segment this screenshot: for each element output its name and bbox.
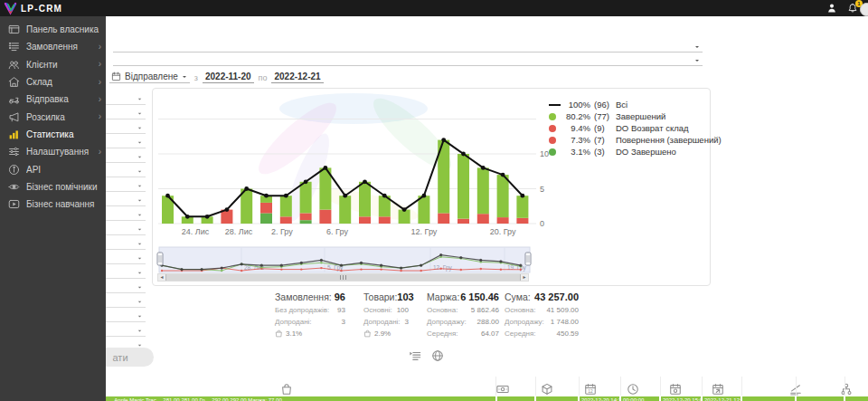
side-filter-select-11[interactable] xyxy=(106,235,146,250)
side-filter-select-4[interactable] xyxy=(106,134,146,148)
legend-item[interactable]: 7.3%(7)Повернення (завершений) xyxy=(549,134,708,146)
scroll-right-icon[interactable]: ▸ xyxy=(521,274,528,281)
legend-item[interactable]: 9.4%(9)DO Возврат склад xyxy=(549,122,708,134)
bar-segment[interactable] xyxy=(359,216,371,224)
sidebar-item-statistics[interactable]: Статистика xyxy=(0,126,106,143)
navigator-handle-left[interactable] xyxy=(157,253,163,265)
sidebar-item-label: Бізнес навчання xyxy=(26,199,101,209)
side-filter-select-6[interactable] xyxy=(106,163,146,177)
summary-cell[interactable] xyxy=(845,396,868,401)
filter-select-top-2[interactable] xyxy=(113,53,703,66)
date-mode-select[interactable]: Відправлене xyxy=(109,72,190,83)
bar-segment[interactable] xyxy=(319,210,331,224)
sidebar-item-orders[interactable]: Замовлення› xyxy=(0,38,106,55)
stats-row: Замовлення:96Без допродажів:93Допродані:… xyxy=(0,291,868,344)
scroll-left-icon[interactable]: ◂ xyxy=(158,274,165,281)
banknote-icon[interactable] xyxy=(496,383,509,396)
bar-segment[interactable] xyxy=(300,213,312,220)
avatar[interactable] xyxy=(860,3,868,16)
side-filter-select-7[interactable] xyxy=(106,177,146,192)
bar-segment[interactable] xyxy=(300,220,312,224)
calendar-export-icon[interactable] xyxy=(712,383,724,396)
side-filter-select-8[interactable] xyxy=(106,192,146,206)
sidebar-item-clients[interactable]: Клієнти› xyxy=(0,56,106,73)
bar-segment[interactable] xyxy=(379,216,391,224)
filter-select-top-1[interactable] xyxy=(113,39,703,53)
chart-card: 051024. Лис28. Лис2. Гру6. Гру12. Гру20.… xyxy=(152,88,711,286)
bar-segment[interactable] xyxy=(280,216,292,224)
bar-segment[interactable] xyxy=(458,219,469,224)
bar-segment[interactable] xyxy=(497,217,509,224)
column-separator xyxy=(741,377,742,396)
bar-segment[interactable] xyxy=(497,175,509,217)
side-filter-select-5[interactable] xyxy=(106,148,146,163)
side-filter-select-10[interactable] xyxy=(106,221,146,235)
summary-cell[interactable] xyxy=(742,396,795,401)
sidebar-item-shipping[interactable]: Відправка› xyxy=(0,91,106,108)
date-from-input[interactable]: 2022-11-20 xyxy=(203,72,254,83)
bar-segment[interactable] xyxy=(260,213,272,224)
calendar-date-icon[interactable]: 12 xyxy=(584,383,597,396)
side-filter-select-3[interactable] xyxy=(106,119,146,134)
sidebar-item-business-helpers[interactable]: Бізнес помічники xyxy=(0,178,106,196)
date-to-prefix: по xyxy=(259,73,268,82)
side-filter-select-2[interactable] xyxy=(106,105,146,119)
date-to-input[interactable]: 2022-12-21 xyxy=(271,72,323,83)
bar-segment[interactable] xyxy=(458,154,469,219)
side-filter-select-1[interactable] xyxy=(106,91,146,105)
notifications-button[interactable]: 1 xyxy=(847,3,858,14)
sidebar-item-owner-panel[interactable]: Панель власника xyxy=(0,21,106,38)
summary-cell[interactable]: 2022-12-21 12:07:05 xyxy=(703,396,741,401)
sidebar-item-warehouse[interactable]: Склад› xyxy=(0,73,106,91)
summary-cell[interactable] xyxy=(797,396,844,401)
bar-segment[interactable] xyxy=(300,182,312,214)
summary-cell[interactable] xyxy=(497,396,534,401)
bar-segment[interactable] xyxy=(516,196,528,218)
legend-item[interactable]: 100%(96)Всі xyxy=(549,99,708,110)
org-chart-icon[interactable] xyxy=(840,383,853,396)
chart-scrollbar[interactable]: ◂ ▸ xyxy=(157,273,529,282)
line-marker xyxy=(185,215,190,219)
globe-icon[interactable] xyxy=(431,349,444,362)
sidebar-item-settings[interactable]: Налаштування› xyxy=(0,143,106,160)
side-filter-select-13[interactable] xyxy=(106,264,146,279)
bar-segment[interactable] xyxy=(438,213,449,224)
summary-cell[interactable]: 2022-12-20 14:10:06 xyxy=(580,396,619,401)
stats-title: Замовлення:96 xyxy=(275,291,345,302)
stats-subrow: Основна:41 509.00 xyxy=(505,306,579,314)
bar-segment[interactable] xyxy=(359,182,371,217)
side-filter-select-12[interactable] xyxy=(106,250,146,264)
line-marker xyxy=(324,166,328,170)
calendar-icon xyxy=(111,72,121,81)
bar-segment[interactable] xyxy=(477,167,489,214)
sidebar-item-api[interactable]: API xyxy=(0,160,106,177)
bar-segment[interactable] xyxy=(260,203,272,214)
bar-segment[interactable] xyxy=(339,196,351,224)
legend-item[interactable]: 3.1%(3)DO Завершено xyxy=(549,146,708,158)
summary-cell[interactable] xyxy=(536,396,578,401)
sidebar-item-business-training[interactable]: Бізнес навчання xyxy=(0,196,106,213)
bar-segment[interactable] xyxy=(516,218,528,224)
navigator-handle-right[interactable] xyxy=(525,253,531,265)
bar-segment[interactable] xyxy=(280,196,292,216)
brand-name[interactable]: LP-CRM xyxy=(21,4,62,14)
scrollbar-thumb[interactable] xyxy=(165,274,521,281)
summary-cell[interactable]: … Apple Magic Trac… 281.00 281.00 Гр… 29… xyxy=(106,396,495,401)
clock-icon[interactable] xyxy=(627,383,639,396)
calendar-alarm-icon[interactable] xyxy=(669,383,682,396)
bar-segment[interactable] xyxy=(477,214,489,224)
export-menu-icon[interactable] xyxy=(409,349,421,362)
summary-cell[interactable]: 00:00:00 xyxy=(621,396,659,401)
stats-subrow: Середня:450.59 xyxy=(505,329,579,338)
sidebar-item-mailing[interactable]: Розсилка› xyxy=(0,108,106,125)
user-icon[interactable] xyxy=(826,3,837,14)
bar-segment[interactable] xyxy=(418,196,429,224)
brand-logo-icon[interactable] xyxy=(4,2,17,15)
gift-icon[interactable] xyxy=(541,383,553,396)
summary-cell[interactable]: 2022-12-20 15:00:00 xyxy=(661,396,701,401)
line-marker xyxy=(225,207,230,212)
side-filter-select-9[interactable] xyxy=(106,206,146,221)
bag-icon[interactable] xyxy=(280,383,293,396)
sidebar-item-label: Статистика xyxy=(26,129,101,139)
legend-item[interactable]: 80.2%(77)Завершений xyxy=(549,110,708,122)
